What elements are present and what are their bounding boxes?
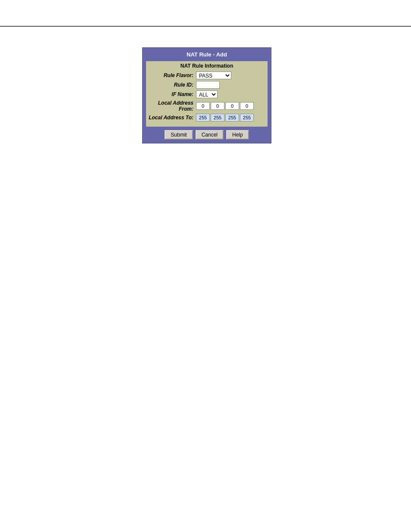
local-to-octet2[interactable] — [211, 114, 224, 121]
button-row: Submit Cancel Help — [146, 130, 268, 140]
rule-id-input[interactable] — [196, 81, 220, 89]
local-from-octet2[interactable] — [211, 102, 224, 110]
rule-flavor-label: Rule Flavor: — [149, 72, 196, 78]
submit-button[interactable]: Submit — [165, 130, 193, 140]
rule-id-row: Rule ID: — [149, 81, 265, 89]
top-divider — [0, 26, 411, 27]
local-address-to-label: Local Address To: — [149, 115, 196, 121]
local-address-from-label: Local Address From: — [149, 100, 196, 112]
form-section: NAT Rule Information Rule Flavor: PASS M… — [146, 61, 268, 127]
rule-flavor-row: Rule Flavor: PASS MAP BIMAP RDR REWRITE — [149, 72, 265, 79]
cancel-button[interactable]: Cancel — [196, 130, 224, 140]
local-to-octet3[interactable] — [225, 114, 239, 121]
if-name-select[interactable]: ALL eth0 eth1 — [196, 90, 218, 98]
local-address-to-row: Local Address To: — [149, 114, 265, 121]
local-address-to-control — [196, 114, 265, 121]
nat-rule-dialog: NAT Rule - Add NAT Rule Information Rule… — [142, 47, 271, 143]
if-name-row: IF Name: ALL eth0 eth1 — [149, 90, 265, 98]
local-address-from-row: Local Address From: — [149, 100, 265, 112]
local-from-octet4[interactable] — [240, 102, 254, 110]
rule-flavor-select[interactable]: PASS MAP BIMAP RDR REWRITE — [196, 72, 231, 79]
if-name-label: IF Name: — [149, 91, 196, 97]
local-from-octet1[interactable] — [196, 102, 210, 110]
if-name-control: ALL eth0 eth1 — [196, 90, 265, 98]
local-to-octet1[interactable] — [196, 114, 210, 121]
dialog-title: NAT Rule - Add — [146, 51, 268, 58]
local-address-from-control — [196, 102, 265, 110]
local-from-octet3[interactable] — [225, 102, 239, 110]
local-to-octet4[interactable] — [240, 114, 254, 121]
rule-id-label: Rule ID: — [149, 82, 196, 88]
rule-flavor-control: PASS MAP BIMAP RDR REWRITE — [196, 72, 265, 79]
help-button[interactable]: Help — [226, 130, 249, 140]
rule-id-control — [196, 81, 265, 89]
section-header: NAT Rule Information — [149, 63, 265, 69]
